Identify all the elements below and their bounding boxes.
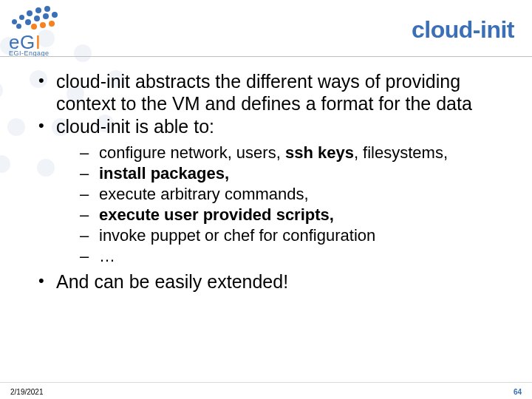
logo-dots-icon: [9, 4, 61, 31]
sub-bullet-text-pre: configure network, users,: [99, 143, 285, 162]
slide-title: cloud-init: [412, 16, 514, 44]
bullet-text: And can be easily extended!: [56, 271, 288, 292]
sub-bullet-item: invoke puppet or chef for configuration: [80, 225, 508, 246]
sub-bullet-item: execute user provided scripts,: [80, 205, 508, 225]
sub-bullet-text: execute user provided scripts,: [99, 205, 334, 224]
sub-bullet-item: install packages,: [80, 163, 508, 184]
sub-bullet-text-bold: ssh keys: [285, 143, 354, 162]
sub-bullet-item: …: [80, 246, 508, 267]
sub-bullet-text: …: [99, 247, 115, 265]
sub-bullet-text: execute arbitrary commands,: [99, 185, 309, 203]
bullet-text: cloud-init abstracts the different ways …: [56, 71, 472, 114]
slide-footer: 2/19/2021 64: [0, 383, 532, 399]
sub-bullet-text: invoke puppet or chef for configuration: [99, 226, 375, 245]
sub-bullet-text-post: , filesystems,: [354, 143, 448, 162]
bullet-item: cloud-init abstracts the different ways …: [35, 71, 508, 115]
egi-logo: eGI EGI-Engage: [9, 4, 74, 57]
footer-date: 2/19/2021: [10, 388, 44, 396]
sub-bullet-text: install packages,: [99, 164, 229, 183]
sub-bullet-item: execute arbitrary commands,: [80, 184, 508, 205]
bullet-text: cloud-init is able to:: [56, 116, 214, 137]
sub-bullet-item: configure network, users, ssh keys, file…: [80, 143, 508, 163]
slide-body: cloud-init abstracts the different ways …: [35, 71, 508, 295]
header-divider: [0, 56, 532, 57]
bullet-item: And can be easily extended!: [35, 271, 508, 293]
bullet-item: cloud-init is able to: configure network…: [35, 116, 508, 267]
footer-page-number: 64: [514, 388, 522, 396]
slide-header: eGI EGI-Engage cloud-init: [0, 0, 532, 59]
